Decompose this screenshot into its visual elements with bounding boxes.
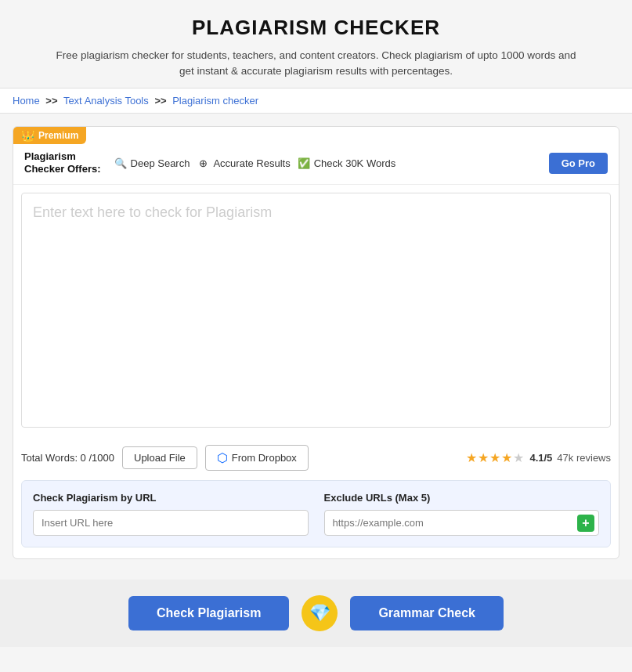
diamond-icon: 💎 bbox=[309, 603, 330, 623]
rating-reviews: 47k reviews bbox=[557, 452, 611, 464]
breadcrumb-arrow-2: >> bbox=[154, 95, 166, 107]
header-section: PLAGIARISM CHECKER Free plagiarism check… bbox=[0, 0, 632, 88]
exclude-url-wrapper: + bbox=[324, 510, 600, 536]
dropbox-icon: ⬡ bbox=[217, 450, 228, 465]
offer-deep-search: 🔍 Deep Search bbox=[114, 156, 190, 170]
diamond-button[interactable]: 💎 bbox=[302, 595, 338, 631]
breadcrumb-tools[interactable]: Text Analysis Tools bbox=[63, 95, 149, 107]
by-url-input[interactable] bbox=[33, 510, 309, 536]
star-rating: ★★★★★ bbox=[466, 450, 525, 465]
breadcrumb: Home >> Text Analysis Tools >> Plagiaris… bbox=[0, 88, 632, 114]
breadcrumb-current[interactable]: Plagiarism checker bbox=[172, 95, 258, 107]
deep-search-icon: 🔍 bbox=[114, 156, 128, 170]
offer-accurate-results: ⊕ Accurate Results bbox=[196, 156, 290, 170]
offer-check-30k: ✅ Check 30K Words bbox=[297, 156, 396, 170]
url-section: Check Plagiarism by URL Exclude URLs (Ma… bbox=[21, 480, 611, 547]
exclude-url-col: Exclude URLs (Max 5) + bbox=[324, 492, 600, 536]
premium-badge: 👑 Premium bbox=[13, 127, 86, 144]
rating-section: ★★★★★ 4.1/5 47k reviews bbox=[466, 450, 611, 465]
exclude-url-input[interactable] bbox=[324, 510, 600, 536]
exclude-url-label: Exclude URLs (Max 5) bbox=[324, 492, 600, 504]
offers-label: PlagiarismChecker Offers: bbox=[24, 150, 101, 177]
plagiarism-text-input[interactable] bbox=[21, 193, 611, 428]
by-url-label: Check Plagiarism by URL bbox=[33, 492, 309, 504]
text-area-wrapper bbox=[13, 185, 619, 439]
check-plagiarism-button[interactable]: Check Plagiarism bbox=[128, 596, 289, 630]
bottom-action-bar: Check Plagiarism 💎 Grammar Check bbox=[0, 580, 632, 647]
premium-card: 👑 Premium PlagiarismChecker Offers: 🔍 De… bbox=[13, 126, 619, 560]
subtitle: Free plagiarism checker for students, te… bbox=[16, 48, 616, 80]
accurate-results-icon: ⊕ bbox=[196, 156, 210, 170]
upload-file-button[interactable]: Upload File bbox=[122, 446, 197, 469]
premium-offers-bar: PlagiarismChecker Offers: 🔍 Deep Search … bbox=[13, 144, 619, 186]
go-pro-button[interactable]: Go Pro bbox=[549, 153, 608, 174]
page-title: PLAGIARISM CHECKER bbox=[16, 16, 616, 40]
check-30k-icon: ✅ bbox=[297, 156, 311, 170]
main-content: 👑 Premium PlagiarismChecker Offers: 🔍 De… bbox=[0, 114, 632, 573]
breadcrumb-home[interactable]: Home bbox=[13, 95, 40, 107]
grammar-check-button[interactable]: Grammar Check bbox=[350, 596, 504, 630]
by-url-col: Check Plagiarism by URL bbox=[33, 492, 309, 536]
rating-score: 4.1/5 bbox=[529, 452, 552, 464]
add-url-button[interactable]: + bbox=[577, 515, 594, 532]
breadcrumb-arrow-1: >> bbox=[45, 95, 57, 107]
word-count-bar: Total Words: 0 /1000 Upload File ⬡ From … bbox=[13, 439, 619, 480]
from-dropbox-button[interactable]: ⬡ From Dropbox bbox=[205, 445, 309, 471]
crown-icon: 👑 bbox=[21, 129, 34, 142]
word-count-label: Total Words: 0 /1000 bbox=[21, 452, 114, 464]
